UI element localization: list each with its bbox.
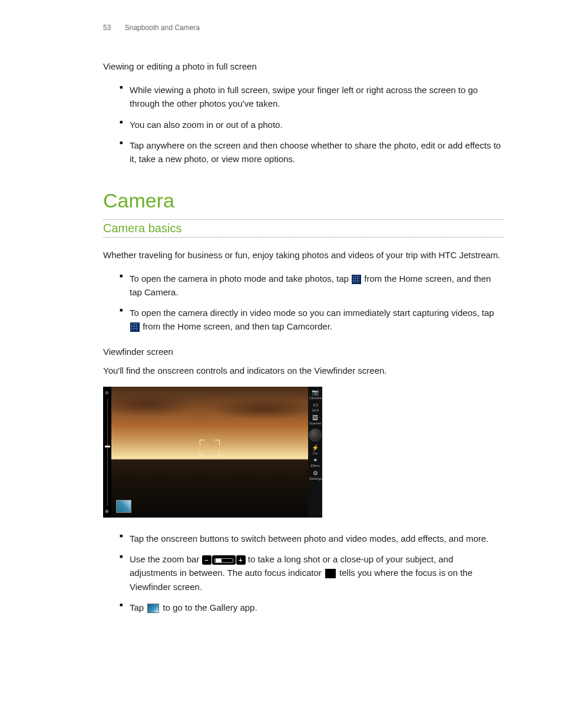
zoom-in-icon: ⊕ [105,509,109,514]
list-item: Tap the onscreen buttons to switch betwe… [103,532,503,545]
list-item: To open the camera in photo mode and tak… [103,272,503,299]
viewfinder-screenshot: ⊖ ⊕ 📷Camera ▭16:9 🖼Scenes ⚡On ✦Effect ⚙S… [103,387,322,518]
viewfinder-tips-list: Tap the onscreen buttons to switch betwe… [103,532,503,614]
slider-thumb [105,446,110,447]
effect-button: ✦Effect [309,457,321,468]
zoom-in-icon: + [236,555,246,565]
apps-grid-icon [352,275,361,284]
running-header: 53 Snapbooth and Camera [103,24,503,32]
viewfinder-sidebar: 📷Camera ▭16:9 🖼Scenes ⚡On ✦Effect ⚙Setti… [308,387,322,518]
shutter-button [309,429,322,442]
manual-page: 53 Snapbooth and Camera Viewing or editi… [0,0,562,685]
flash-button: ⚡On [309,444,321,456]
zoom-slider-rail: ⊖ ⊕ [103,387,111,518]
list-item: Tap anywhere on the screen and then choo… [103,139,503,166]
settings-button: ⚙Settings [309,470,321,481]
zoom-out-icon: ⊖ [105,390,109,396]
list-item: To open the camera directly in video mod… [103,306,503,334]
open-camera-list: To open the camera in photo mode and tak… [103,272,503,334]
section-name: Snapbooth and Camera [125,24,200,32]
fullscreen-tips-list: While viewing a photo in full screen, sw… [103,83,503,166]
slider-track [107,398,108,506]
flash-icon: ⚡ [309,444,321,451]
scenes-button: 🖼Scenes [309,414,321,426]
viewfinder-preview [111,387,308,518]
gear-icon: ⚙ [309,470,321,476]
dotted-divider: Camera basics [103,219,503,238]
effect-icon: ✦ [309,457,321,463]
page-number: 53 [103,24,111,32]
list-item: Use the zoom bar –+ to take a long shot … [103,552,503,594]
h1-camera: Camera [103,189,503,212]
apps-grid-icon [130,322,140,332]
camera-mode-button: 📷Camera [309,389,321,400]
list-item: While viewing a photo in full screen, sw… [103,83,503,111]
intro-paragraph: Whether traveling for business or fun, e… [103,248,503,262]
subheading-viewfinder: Viewfinder screen [103,347,503,357]
focus-brackets-icon [200,440,220,456]
list-item: You can also zoom in or out of a photo. [103,118,503,131]
viewfinder-paragraph: You'll find the onscreen controls and in… [103,364,503,377]
camera-icon: 📷 [309,389,321,396]
h2-camera-basics: Camera basics [103,220,503,237]
gallery-icon [147,604,159,613]
scenes-icon: 🖼 [309,414,321,421]
subheading-viewing: Viewing or editing a photo in full scree… [103,61,503,71]
zoom-out-icon: – [202,555,211,565]
gallery-thumbnail [116,500,131,513]
autofocus-indicator-icon [325,569,336,578]
zoom-bar-icon [212,555,236,565]
ratio-icon: ▭ [309,401,321,408]
list-item: Tap to go to the Gallery app. [103,601,503,614]
aspect-ratio-button: ▭16:9 [309,401,321,413]
